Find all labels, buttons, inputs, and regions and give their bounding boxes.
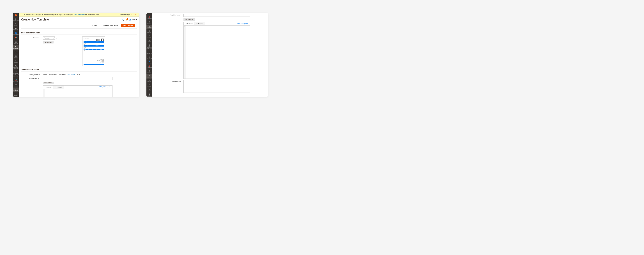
- support-note: HTML,CSS Supported: [235, 22, 250, 25]
- sidebar-item-customers-b[interactable]: CUSTOMERS: [13, 76, 19, 78]
- sidebar-item-reports-b[interactable]: ⫿REPORTS: [13, 92, 19, 97]
- template-select-label: Template: [21, 36, 43, 39]
- sidebar-item-partners[interactable]: ◆FIND PARTNERS & EXTENSIONS: [13, 64, 19, 70]
- sidebar-item-marketing[interactable]: 📣MARKETING: [13, 36, 19, 40]
- warning-icon: ▲: [131, 14, 132, 16]
- sidebar-item[interactable]: ▤CONTENT: [146, 69, 152, 74]
- sidebar-item-content[interactable]: ▤CONTENT: [13, 40, 19, 45]
- html-editor[interactable]: 1: [43, 89, 112, 97]
- search-icon[interactable]: 🔍: [122, 19, 124, 21]
- action-bar: Back Save and Continue Edit Save Templat…: [21, 23, 137, 28]
- sidebar-item[interactable]: 👤CUSTOMERS: [146, 60, 152, 64]
- sidebar-item[interactable]: ▥STORES: [146, 34, 152, 39]
- template-select[interactable]: Template 1: [43, 36, 55, 40]
- error-icon: ▲: [134, 14, 136, 16]
- html-editor[interactable]: 1: [184, 26, 250, 79]
- eye-icon: 👁: [196, 23, 198, 24]
- preview-tab[interactable]: 👁Preview: [54, 86, 64, 88]
- template-style-textarea[interactable]: [184, 80, 250, 93]
- template-name-label: Template Name: [21, 77, 43, 79]
- template-preview: MAGEPLAZAORDER ▎▍▎▍▎▍▎▍▎▍▎ Billing Addre…: [82, 36, 105, 66]
- code-icon: ‹ ›: [186, 23, 187, 24]
- main-content: ▲ One or more of the Cache Types are inv…: [19, 13, 139, 97]
- used-for-label: Currently Used For: [21, 73, 43, 76]
- customers-icon: 👤: [15, 32, 17, 34]
- sidebar-item[interactable]: ▥STORES: [146, 83, 152, 88]
- dashboard-icon: ◉: [15, 18, 16, 20]
- sidebar-item[interactable]: MMAGEPLAZA: [146, 25, 152, 30]
- template-info-heading: Template Information: [21, 69, 137, 72]
- template-name-input[interactable]: [184, 14, 250, 17]
- back-button[interactable]: Back: [90, 24, 99, 27]
- sidebar-item-reports[interactable]: ⫿REPORTS: [13, 50, 19, 54]
- system-notice: ▲ One or more of the Cache Types are inv…: [19, 13, 139, 16]
- admin-sidebar-right: CUSTOMERS 📣MARKETING ▤CONTENT MMAGEPLAZA…: [146, 13, 152, 97]
- warning-icon: ▲: [20, 14, 22, 16]
- sidebar-item[interactable]: 📣MARKETING: [146, 16, 152, 20]
- sidebar-item-customers[interactable]: 👤CUSTOMERS: [13, 31, 19, 36]
- sidebar-item[interactable]: ⫿REPORTS: [146, 78, 152, 83]
- sidebar-item[interactable]: ◆FIND PARTNERS & EXTENSIONS: [146, 92, 152, 97]
- save-template-button[interactable]: Save Template: [121, 24, 135, 27]
- eye-icon: 👁: [56, 86, 57, 88]
- notice-text: One or more of the Cache Types are inval…: [23, 14, 99, 15]
- edit-html-tab[interactable]: ‹ ›Edit html: [43, 86, 54, 88]
- sidebar-item-products[interactable]: ◧PRODUCTS: [13, 26, 19, 31]
- load-template-heading: Load default template: [21, 32, 137, 35]
- sidebar-item[interactable]: ⬡MAGEPLAZA MARKETPLACE: [146, 50, 152, 55]
- code-icon: ‹ ›: [45, 86, 46, 88]
- insert-variable-button[interactable]: Insert Variable...: [43, 82, 54, 84]
- system-icon: ⚙: [15, 60, 16, 62]
- reports-icon: ⫿: [16, 51, 16, 52]
- preview-tab[interactable]: 👁Preview: [194, 22, 205, 25]
- sidebar-item[interactable]: ▤CONTENT: [146, 20, 152, 25]
- save-continue-button[interactable]: Save and Continue Edit: [101, 24, 120, 27]
- sidebar-item-content-b[interactable]: ▤CONTENT: [13, 83, 19, 88]
- sidebar-item[interactable]: CUSTOMERS: [146, 13, 152, 16]
- user-icon: 👤: [129, 19, 131, 20]
- content-icon: ▤: [15, 41, 17, 43]
- sidebar-item[interactable]: ⫿REPORTS: [146, 29, 152, 34]
- support-note: HTML,CSS Supported: [98, 86, 112, 88]
- page-title: Create New Template: [21, 18, 49, 21]
- sidebar-item[interactable]: 📣MARKETING: [146, 64, 152, 69]
- left-panel: ⬢ ◉DASHBOARD $SALES ◧PRODUCTS 👤CUSTOMERS…: [13, 13, 139, 97]
- edit-html-tab[interactable]: ‹ ›Edit html: [184, 22, 194, 25]
- sidebar-item-mageplaza-b[interactable]: MMAGEPLAZA: [13, 88, 19, 92]
- sidebar-item-marketing-b[interactable]: 📣MARKETING: [13, 78, 19, 83]
- sidebar-item-stores[interactable]: ▥STORES: [13, 54, 19, 59]
- sidebar-item[interactable]: ⚙SYSTEM: [146, 39, 152, 43]
- sidebar-item-mageplaza[interactable]: MMAGEPLAZA: [13, 45, 19, 50]
- template-name-label: Template Name: [155, 14, 184, 16]
- chevron-down-icon: ▾: [136, 19, 137, 20]
- stores-icon: ▥: [15, 55, 17, 57]
- sidebar-item-marketplace[interactable]: ⬡MAGEPLAZA MARKETPLACE: [13, 70, 19, 76]
- sidebar-item[interactable]: ◧PRODUCTS: [146, 55, 152, 60]
- sidebar-item[interactable]: ⚙SYSTEM: [146, 88, 152, 92]
- sidebar-item[interactable]: ◆FIND PARTNERS & EXTENSIONS: [146, 43, 152, 50]
- admin-user-menu[interactable]: 👤 admin ▾: [129, 19, 137, 20]
- sidebar-item-sales[interactable]: $SALES: [13, 22, 19, 26]
- sidebar-item[interactable]: MMAGEPLAZA: [146, 74, 152, 78]
- main-content-right: Template Name Insert Variable... ‹ ›Edit…: [152, 13, 268, 97]
- notifications-icon[interactable]: 🔔1: [126, 19, 128, 20]
- load-template-button[interactable]: Load Template: [43, 41, 54, 44]
- magento-logo[interactable]: ⬢: [13, 13, 19, 17]
- right-panel: CUSTOMERS 📣MARKETING ▤CONTENT MMAGEPLAZA…: [146, 13, 268, 97]
- mageplaza-icon: M: [15, 46, 16, 48]
- breadcrumb: Stores → Configuration → Mageplaza → PDF…: [43, 73, 137, 75]
- marketing-icon: 📣: [15, 37, 17, 38]
- partners-icon: ◆: [15, 64, 16, 66]
- products-icon: ◧: [15, 28, 17, 29]
- template-name-input[interactable]: [43, 77, 112, 80]
- marketplace-icon: ⬡: [15, 71, 16, 73]
- select-caret-icon[interactable]: ▾: [55, 37, 58, 39]
- admin-sidebar: ⬢ ◉DASHBOARD $SALES ◧PRODUCTS 👤CUSTOMERS…: [13, 13, 19, 97]
- sidebar-item-dashboard[interactable]: ◉DASHBOARD: [13, 17, 19, 22]
- pdf-invoice-link[interactable]: PDF Invoice: [68, 73, 75, 75]
- template-style-label: Template style: [155, 80, 184, 82]
- sales-icon: $: [15, 23, 16, 24]
- sidebar-item-system[interactable]: ⚙SYSTEM: [13, 59, 19, 64]
- cache-link[interactable]: Cache Management: [74, 14, 85, 15]
- insert-variable-button[interactable]: Insert Variable...: [184, 18, 195, 21]
